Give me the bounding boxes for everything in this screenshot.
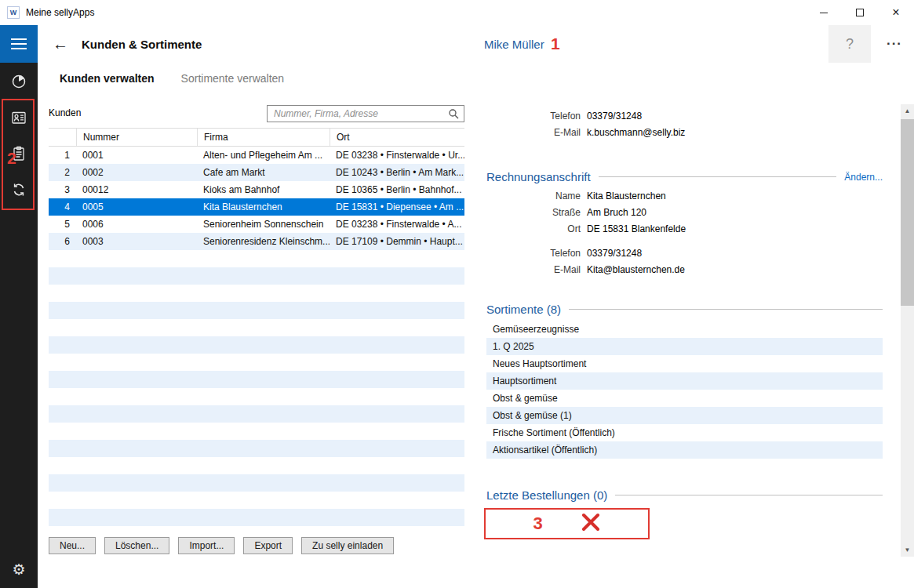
sortiment-item[interactable]: Gemüseerzeugnisse	[486, 321, 883, 338]
maximize-button[interactable]	[842, 0, 878, 25]
hamburger-icon	[11, 38, 27, 40]
scrollbar-thumb[interactable]	[901, 119, 914, 306]
orders-section-header: Letzte Bestellungen (0)	[486, 488, 883, 502]
red-x-icon	[581, 513, 601, 535]
pie-chart-icon	[11, 74, 27, 93]
column-header-nummer[interactable]: Nummer	[76, 129, 197, 146]
more-icon: ···	[887, 36, 902, 52]
tab-kunden-verwalten[interactable]: Kunden verwalten	[60, 72, 155, 85]
billing-street-row: Straße Am Bruch 120	[486, 206, 883, 219]
sortiments-title: Sortimente (8)	[486, 303, 561, 316]
sortiment-item[interactable]: Obst & gemüse	[486, 390, 883, 407]
sidebar-item-statistics[interactable]	[0, 71, 38, 96]
back-arrow-icon: ←	[53, 35, 68, 53]
sortiment-item[interactable]: 1. Q 2025	[486, 338, 883, 355]
section-divider	[599, 176, 837, 177]
sortiment-item[interactable]: Neues Hauptsortiment	[486, 355, 883, 372]
billing-section-header: Rechnungsanschrift Ändern...	[486, 170, 883, 183]
billing-email-row: E-Mail Kita@blausternchen.de	[486, 263, 883, 276]
title-bar: W Meine sellyApps ×	[0, 0, 914, 25]
annotation-1: 1	[551, 25, 560, 63]
maximize-icon	[856, 9, 864, 16]
contact-email-row: E-Mail k.buschmann@selly.biz	[486, 126, 883, 139]
annotation-3: 3	[533, 514, 542, 534]
table-row[interactable]: 2 0002 Cafe am Markt DE 10243 • Berlin •…	[49, 164, 464, 181]
table-row[interactable]: 3 00012 Kioks am Bahnhof DE 10365 • Berl…	[49, 181, 464, 198]
sidebar: 2 ⚙	[0, 63, 38, 588]
customer-details-panel: Telefon 03379/31248 E-Mail k.buschmann@s…	[486, 94, 883, 539]
billing-title: Rechnungsanschrift	[486, 170, 591, 183]
gear-icon: ⚙	[12, 561, 25, 579]
close-icon: ×	[892, 6, 899, 19]
help-icon: ?	[846, 36, 854, 53]
minimize-button[interactable]	[806, 0, 842, 25]
table-row[interactable]: 1 0001 Alten- und Pflegeheim Am ... DE 0…	[49, 147, 464, 164]
menu-button[interactable]	[0, 25, 38, 63]
customer-actions: Neu... Löschen... Import... Export Zu se…	[49, 537, 394, 554]
page-title: Kunden & Sortimente	[82, 25, 202, 63]
scrollbar-down-button[interactable]: ▼	[901, 543, 914, 557]
customer-search-box	[267, 105, 464, 122]
billing-phone-row: Telefon 03379/31248	[486, 247, 883, 260]
sortiments-list: Gemüseerzeugnisse 1. Q 2025 Neues Haupts…	[486, 321, 883, 459]
scrollbar-up-button[interactable]: ▲	[901, 104, 914, 118]
sortiment-item[interactable]: Aktionsartikel (Öffentlich)	[486, 441, 883, 459]
annotation-2: 2	[7, 149, 16, 168]
change-billing-link[interactable]: Ändern...	[844, 172, 883, 183]
back-button[interactable]: ←	[46, 25, 75, 63]
invite-button[interactable]: Zu selly einladen	[301, 537, 394, 554]
section-divider	[615, 495, 883, 495]
window-title: Meine sellyApps	[26, 7, 94, 18]
customers-list-label: Kunden	[49, 107, 81, 118]
new-button[interactable]: Neu...	[49, 537, 96, 554]
customer-table: Nummer Firma Ort 1 0001 Alten- und Pfleg…	[49, 128, 464, 250]
vertical-scrollbar: ▲ ▼	[901, 104, 914, 557]
tab-sortimente-verwalten[interactable]: Sortimente verwalten	[181, 72, 285, 85]
search-input[interactable]	[268, 106, 448, 122]
app-icon: W	[7, 6, 20, 19]
email-value: k.buschmann@selly.biz	[587, 126, 685, 139]
billing-city-row: Ort DE 15831 Blankenfelde	[486, 223, 883, 235]
column-header-firma[interactable]: Firma	[197, 129, 330, 146]
sortiment-item[interactable]: Hauptsortiment	[486, 372, 883, 390]
column-header-index	[49, 129, 76, 146]
billing-name-row: Name Kita Blausternchen	[486, 190, 883, 202]
sidebar-item-settings[interactable]: ⚙	[0, 557, 38, 582]
table-row[interactable]: 6 0003 Seniorenresidenz Kleinschm... DE …	[49, 233, 464, 250]
sortiment-item[interactable]: Frische Sortiment (Öffentlich)	[486, 424, 883, 441]
main-content: Kunden Nummer Firma Ort 1 0001 Alten- un…	[38, 94, 901, 588]
close-button[interactable]: ×	[878, 0, 914, 25]
email-label: E-Mail	[486, 126, 581, 139]
contact-phone-row: Telefon 03379/31248	[486, 110, 883, 122]
user-name[interactable]: Mike Müller	[484, 25, 544, 63]
import-button[interactable]: Import...	[178, 537, 235, 554]
empty-rows	[49, 250, 464, 531]
sortiments-section-header: Sortimente (8)	[486, 303, 883, 316]
table-row[interactable]: 5 0006 Seniorenheim Sonnenschein DE 0323…	[49, 216, 464, 233]
app-window: W Meine sellyApps × ← Kunden & Sortiment…	[0, 0, 914, 588]
app-header: ← Kunden & Sortimente Mike Müller 1 ? ··…	[0, 25, 914, 63]
delete-button[interactable]: Löschen...	[104, 537, 169, 554]
table-header: Nummer Firma Ort	[49, 128, 464, 147]
help-button[interactable]: ?	[828, 25, 871, 63]
search-icon[interactable]	[448, 108, 459, 119]
annotation-3-box: 3	[484, 508, 650, 539]
phone-value: 03379/31248	[587, 110, 642, 122]
minimize-icon	[820, 13, 828, 13]
export-button[interactable]: Export	[243, 537, 293, 554]
tab-bar: Kunden verwalten Sortimente verwalten	[38, 63, 284, 94]
column-header-ort[interactable]: Ort	[330, 129, 464, 146]
phone-label: Telefon	[486, 110, 581, 122]
sortiment-item[interactable]: Obst & gemüse (1)	[486, 407, 883, 424]
orders-title: Letzte Bestellungen (0)	[486, 488, 607, 502]
table-row-selected[interactable]: 4 0005 Kita Blausternchen DE 15831 • Die…	[49, 198, 464, 216]
more-button[interactable]: ···	[877, 25, 912, 63]
section-divider	[569, 309, 883, 310]
